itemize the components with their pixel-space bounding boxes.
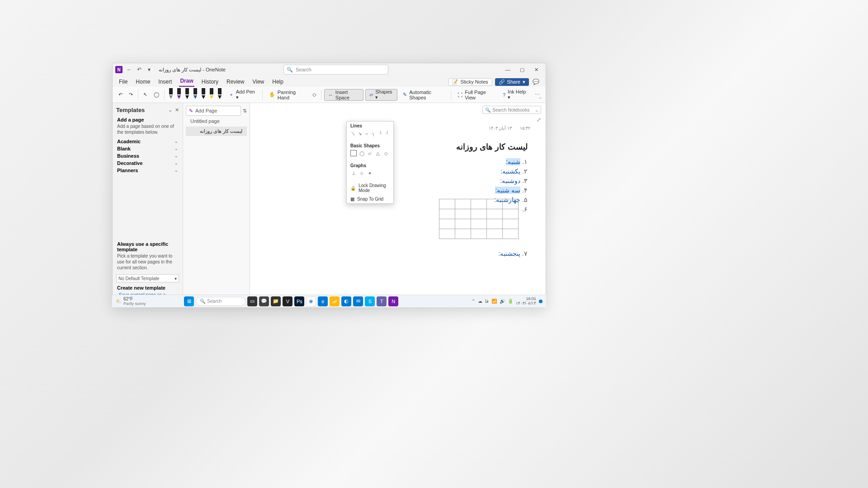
shape-rectangle[interactable] bbox=[350, 150, 357, 156]
app-teams-icon[interactable]: T bbox=[377, 296, 387, 306]
shape-connector3[interactable]: ┘ bbox=[385, 130, 390, 136]
ink-help-button[interactable]: ?Ink Help ▾ bbox=[499, 89, 531, 101]
full-page-view-button[interactable]: ⛶Full Page View bbox=[454, 89, 497, 101]
lasso-tool[interactable]: ◯ bbox=[151, 89, 161, 101]
app-ps-icon[interactable]: Ps bbox=[294, 296, 304, 306]
app-onenote-icon[interactable]: N bbox=[388, 296, 398, 306]
list-item[interactable]: ۴. سه شنبه: bbox=[494, 186, 528, 195]
default-template-combo[interactable]: No Default Template▾ bbox=[116, 274, 179, 282]
add-pen-button[interactable]: ＋Add Pen ▾ bbox=[225, 89, 259, 101]
pen-tool[interactable] bbox=[184, 88, 191, 102]
expand-canvas-icon[interactable]: ⤢ bbox=[537, 117, 541, 123]
shape-diamond[interactable]: ◇ bbox=[383, 150, 389, 156]
menu-view[interactable]: View bbox=[251, 77, 265, 87]
app-edge-icon[interactable]: e bbox=[318, 296, 328, 306]
template-category[interactable]: Business⌄ bbox=[113, 152, 183, 160]
taskbar-search[interactable]: 🔍Search bbox=[196, 297, 245, 306]
shape-triangle[interactable]: △ bbox=[375, 150, 381, 156]
app-mail-icon[interactable]: ✉ bbox=[353, 296, 363, 306]
shape-line[interactable]: ＼ bbox=[350, 130, 355, 136]
menu-review[interactable]: Review bbox=[226, 77, 245, 87]
lock-drawing-mode[interactable]: 🔒Lock Drawing Mode bbox=[347, 181, 393, 195]
page-item[interactable]: Untitled page bbox=[186, 117, 247, 126]
eraser-button[interactable]: ◇ bbox=[310, 89, 318, 101]
taskbar-clock[interactable]: 16:01۱۴۰۳/۰۸/۱۳ bbox=[516, 297, 536, 306]
inserted-table[interactable] bbox=[439, 199, 519, 239]
tray-onedrive-icon[interactable]: ☁ bbox=[478, 299, 482, 304]
pen-tool[interactable] bbox=[175, 88, 183, 102]
app-folder-icon[interactable]: 📂 bbox=[330, 296, 340, 306]
template-category[interactable]: Blank⌄ bbox=[113, 145, 183, 152]
pen-tool[interactable] bbox=[167, 88, 175, 102]
shape-double-arrow[interactable]: ↔ bbox=[364, 130, 369, 136]
list-item[interactable]: ۱. شنبه: bbox=[494, 157, 528, 167]
select-tool[interactable]: ↖ bbox=[141, 89, 150, 101]
pen-gallery[interactable] bbox=[167, 88, 223, 102]
weather-widget[interactable]: ⛅ 62°FPartly sunny bbox=[116, 296, 146, 306]
qat-customize-icon[interactable]: ▾ bbox=[145, 66, 153, 74]
snap-to-grid[interactable]: ▦Snap To Grid bbox=[347, 195, 393, 203]
menu-draw[interactable]: Draw bbox=[179, 76, 194, 87]
panning-hand-button[interactable]: ✋Panning Hand bbox=[265, 89, 308, 101]
note-canvas[interactable]: 🔍Search Notebooks⌄ ⤢ ۱۵:۴۲ ۱۳ آبان ۱۴۰۳ … bbox=[250, 103, 546, 307]
ribbon-redo[interactable]: ↷ bbox=[127, 89, 135, 101]
shape-connector1[interactable]: ┐ bbox=[371, 130, 376, 136]
menu-help[interactable]: Help bbox=[271, 77, 284, 87]
start-button[interactable]: ⊞ bbox=[184, 296, 194, 306]
sort-pages-icon[interactable]: ⇅ bbox=[243, 108, 247, 114]
shape-arrow[interactable]: ↘ bbox=[357, 130, 362, 136]
list-item[interactable]: ۲. یکشنبه: bbox=[494, 167, 528, 176]
note-title[interactable]: لیست کار های روزانه bbox=[456, 142, 528, 152]
search-notebooks[interactable]: 🔍Search Notebooks⌄ bbox=[482, 106, 541, 114]
shape-3d-graph[interactable]: ✦ bbox=[367, 170, 373, 176]
insert-space-button[interactable]: ↔Insert Space bbox=[324, 89, 363, 101]
sticky-notes-button[interactable]: 📝 Sticky Notes bbox=[448, 78, 492, 86]
shape-2d-graph[interactable]: ⊹ bbox=[359, 170, 365, 176]
shapes-button[interactable]: ▱Shapes ▾ bbox=[365, 89, 397, 101]
menu-insert[interactable]: Insert bbox=[157, 77, 173, 87]
templates-dropdown-icon[interactable]: ⌄ bbox=[168, 107, 172, 113]
tray-volume-icon[interactable]: 🔊 bbox=[500, 299, 505, 304]
shape-xy-axis[interactable]: ⊥ bbox=[350, 170, 357, 176]
task-view-icon[interactable]: ▭ bbox=[247, 296, 257, 306]
app-chrome-icon[interactable]: ◉ bbox=[306, 296, 316, 306]
minimize-button[interactable]: — bbox=[501, 65, 514, 74]
titlebar-search[interactable]: 🔍 Search bbox=[283, 65, 388, 75]
page-item[interactable]: لیست کار های روزانه bbox=[186, 127, 247, 136]
pen-tool[interactable] bbox=[200, 88, 207, 102]
maximize-button[interactable]: ▢ bbox=[516, 65, 528, 74]
list-item[interactable]: ۳. دوشنبه: bbox=[494, 176, 528, 186]
add-page-button[interactable]: ✎Add Page bbox=[186, 106, 241, 116]
template-category[interactable]: Academic⌄ bbox=[113, 138, 183, 145]
collapse-ribbon-icon[interactable]: ⌃ bbox=[538, 97, 542, 102]
tray-chevron-icon[interactable]: ⌃ bbox=[472, 299, 475, 304]
menu-home[interactable]: Home bbox=[135, 77, 151, 87]
template-category[interactable]: Planners⌄ bbox=[113, 167, 183, 174]
pen-tool[interactable] bbox=[216, 88, 223, 102]
pen-tool[interactable] bbox=[192, 88, 199, 102]
shape-parallelogram[interactable]: ▱ bbox=[367, 150, 373, 156]
app-explorer-icon[interactable]: 📁 bbox=[271, 296, 281, 306]
close-button[interactable]: ✕ bbox=[530, 65, 543, 74]
automatic-shapes-button[interactable]: ✎Automatic Shapes bbox=[399, 89, 448, 101]
tray-notifications-icon[interactable] bbox=[539, 300, 542, 303]
app-chat-icon[interactable]: 💬 bbox=[259, 296, 269, 306]
app-skype-icon[interactable]: S bbox=[365, 296, 375, 306]
shape-oval[interactable]: ◯ bbox=[359, 150, 365, 156]
templates-close-icon[interactable]: ✕ bbox=[175, 107, 179, 113]
share-button[interactable]: 🔗 Share ▾ bbox=[495, 78, 529, 86]
shape-connector2[interactable]: └ bbox=[378, 130, 383, 136]
qat-undo-icon[interactable]: ↶ bbox=[135, 66, 143, 74]
menu-history[interactable]: History bbox=[201, 77, 219, 87]
tray-wifi-icon[interactable]: 📶 bbox=[491, 299, 497, 304]
list-item[interactable]: ۷. پنجشنبه: bbox=[494, 249, 528, 258]
qat-back-icon[interactable]: ← bbox=[125, 66, 133, 74]
tray-lang-icon[interactable]: فا bbox=[485, 299, 489, 304]
menu-file[interactable]: File bbox=[118, 77, 128, 87]
pen-tool[interactable] bbox=[208, 88, 215, 102]
comments-icon[interactable]: 💬 bbox=[532, 77, 540, 87]
app-edge2-icon[interactable]: ◐ bbox=[341, 296, 351, 306]
app-v-icon[interactable]: V bbox=[283, 296, 292, 306]
tray-battery-icon[interactable]: 🔋 bbox=[508, 299, 513, 304]
ribbon-undo[interactable]: ↶ bbox=[116, 89, 125, 101]
